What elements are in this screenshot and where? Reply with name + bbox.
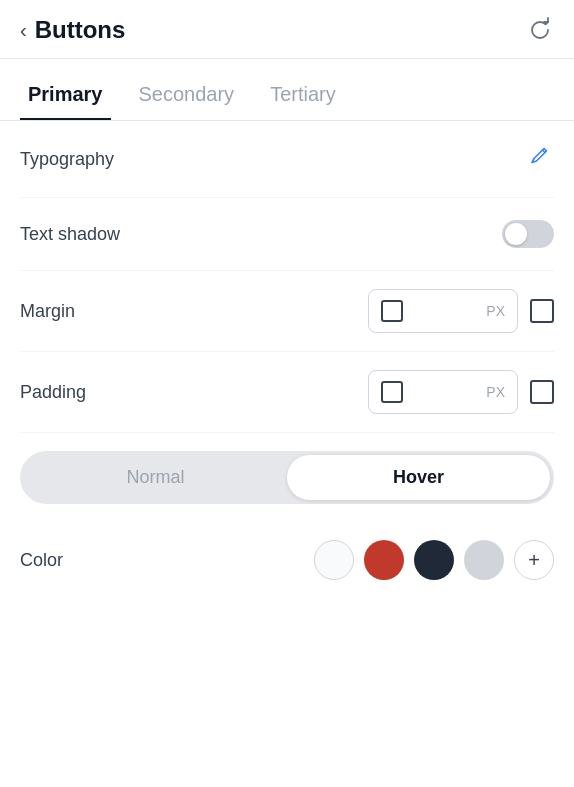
color-swatch-red[interactable] [364, 540, 404, 580]
padding-label: Padding [20, 382, 86, 403]
toggle-background [502, 220, 554, 248]
margin-unit: PX [486, 303, 505, 319]
margin-controls: PX [368, 289, 554, 333]
padding-expand-icon[interactable] [530, 380, 554, 404]
text-shadow-row: Text shadow [20, 198, 554, 271]
typography-label: Typography [20, 149, 114, 170]
add-color-button[interactable]: + [514, 540, 554, 580]
tabs-bar: Primary Secondary Tertiary [0, 59, 574, 121]
color-swatch-gray[interactable] [464, 540, 504, 580]
padding-input-box[interactable]: PX [368, 370, 518, 414]
refresh-icon[interactable] [526, 16, 554, 44]
padding-unit: PX [486, 384, 505, 400]
margin-expand-icon[interactable] [530, 299, 554, 323]
content-area: Typography Text shadow Margin [0, 121, 574, 787]
tab-primary[interactable]: Primary [20, 75, 111, 120]
text-shadow-label: Text shadow [20, 224, 120, 245]
header-left: ‹ Buttons [20, 16, 125, 44]
back-button[interactable]: ‹ [20, 19, 27, 42]
header: ‹ Buttons [0, 0, 574, 59]
color-swatch-black[interactable] [414, 540, 454, 580]
padding-box-icon [381, 381, 403, 403]
padding-row: Padding PX [20, 352, 554, 433]
normal-state-button[interactable]: Normal [24, 455, 287, 500]
margin-input-box[interactable]: PX [368, 289, 518, 333]
padding-controls: PX [368, 370, 554, 414]
tab-tertiary[interactable]: Tertiary [262, 75, 344, 120]
typography-row: Typography [20, 121, 554, 198]
page-title: Buttons [35, 16, 126, 44]
text-shadow-toggle[interactable] [502, 220, 554, 248]
toggle-knob [505, 223, 527, 245]
margin-label: Margin [20, 301, 75, 322]
margin-row: Margin PX [20, 271, 554, 352]
margin-box-icon [381, 300, 403, 322]
color-swatches: + [314, 540, 554, 580]
tab-secondary[interactable]: Secondary [131, 75, 243, 120]
hover-state-button[interactable]: Hover [287, 455, 550, 500]
state-toggle: Normal Hover [20, 451, 554, 504]
color-row: Color + [20, 522, 554, 598]
page: ‹ Buttons Primary Secondary Tertiary Typ… [0, 0, 574, 787]
color-swatch-white[interactable] [314, 540, 354, 580]
typography-edit-icon[interactable] [528, 143, 554, 175]
color-label: Color [20, 550, 314, 571]
